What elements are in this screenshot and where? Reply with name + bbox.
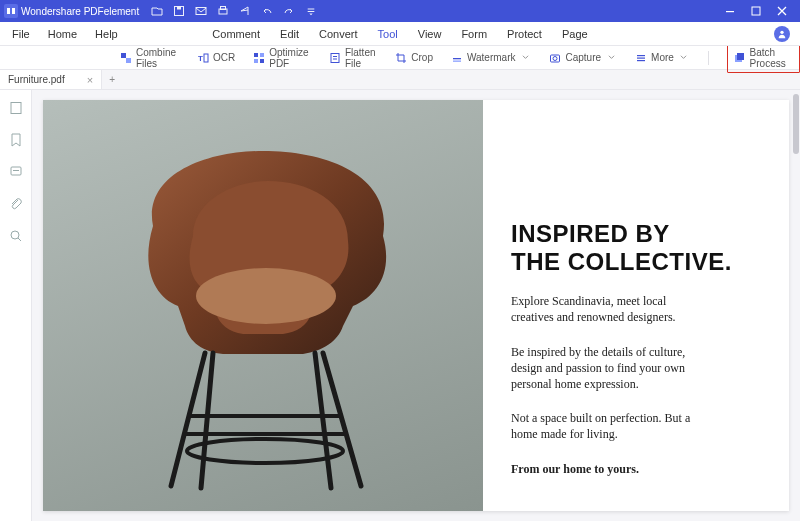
svg-rect-13 [204, 54, 208, 62]
document-tab-bar: Furniture.pdf × + [0, 70, 800, 90]
svg-rect-19 [333, 56, 337, 57]
svg-rect-8 [752, 7, 760, 15]
optimize-label: Optimize PDF [269, 47, 311, 69]
svg-rect-27 [637, 60, 645, 61]
capture-button[interactable]: Capture [549, 52, 617, 64]
watermark-icon [451, 52, 463, 64]
svg-point-9 [780, 30, 783, 33]
redo-icon[interactable] [283, 5, 295, 17]
close-tab-icon[interactable]: × [87, 74, 93, 86]
mail-icon[interactable] [195, 5, 207, 17]
batch-label: Batch Process [750, 47, 793, 69]
watermark-button[interactable]: Watermark [451, 52, 532, 64]
attachments-icon[interactable] [8, 196, 24, 212]
combine-files-button[interactable]: Combine Files [120, 47, 179, 69]
save-icon[interactable] [173, 5, 185, 17]
svg-rect-4 [221, 7, 226, 10]
svg-rect-32 [13, 170, 19, 171]
optimize-icon [253, 52, 265, 64]
crop-label: Crop [411, 52, 433, 63]
batch-process-button[interactable]: Batch Process [727, 43, 800, 73]
menu-protect[interactable]: Protect [507, 28, 542, 40]
svg-rect-26 [637, 57, 645, 58]
quick-access [151, 5, 317, 17]
svg-point-24 [553, 56, 557, 60]
menu-tool[interactable]: Tool [378, 28, 398, 40]
dropdown-icon[interactable] [305, 5, 317, 17]
svg-point-33 [11, 231, 19, 239]
toolbar-separator [708, 51, 709, 65]
svg-rect-5 [308, 9, 315, 10]
batch-icon [734, 52, 746, 64]
svg-text:T: T [198, 54, 203, 63]
tab-label: Furniture.pdf [8, 74, 65, 85]
menu-edit[interactable]: Edit [280, 28, 299, 40]
optimize-button[interactable]: Optimize PDF [253, 47, 311, 69]
page-text-column: INSPIRED BY THE COLLECTIVE. Explore Scan… [483, 100, 789, 511]
svg-rect-30 [11, 103, 21, 114]
flatten-label: Flatten File [345, 47, 377, 69]
maximize-button[interactable] [750, 5, 762, 17]
paragraph-2: Be inspired by the details of culture, d… [511, 344, 711, 393]
svg-rect-7 [726, 11, 734, 12]
document-canvas[interactable]: INSPIRED BY THE COLLECTIVE. Explore Scan… [32, 90, 800, 521]
thumbnails-icon[interactable] [8, 100, 24, 116]
svg-rect-10 [121, 53, 126, 58]
menu-convert[interactable]: Convert [319, 28, 358, 40]
user-avatar-icon[interactable] [774, 26, 790, 42]
svg-rect-1 [177, 7, 181, 10]
more-button[interactable]: More [635, 52, 690, 64]
capture-label: Capture [565, 52, 601, 63]
close-button[interactable] [776, 5, 788, 17]
paragraph-1: Explore Scandinavia, meet local creative… [511, 293, 711, 325]
paragraph-3: Not a space built on perfection. But a h… [511, 410, 711, 442]
flatten-icon [329, 52, 341, 64]
minimize-button[interactable] [724, 5, 736, 17]
vertical-scrollbar[interactable] [793, 94, 799, 154]
bookmarks-icon[interactable] [8, 132, 24, 148]
share-icon[interactable] [239, 5, 251, 17]
print-icon[interactable] [217, 5, 229, 17]
menu-home[interactable]: Home [48, 28, 77, 40]
document-tab[interactable]: Furniture.pdf × [0, 70, 102, 89]
menu-page[interactable]: Page [562, 28, 588, 40]
comments-icon[interactable] [8, 164, 24, 180]
app-logo-icon [4, 4, 18, 18]
menu-view[interactable]: View [418, 28, 442, 40]
svg-rect-11 [126, 58, 131, 63]
search-icon[interactable] [8, 228, 24, 244]
chevron-down-icon [605, 52, 617, 64]
menu-form[interactable]: Form [461, 28, 487, 40]
menu-file[interactable]: File [12, 28, 30, 40]
svg-rect-14 [254, 53, 258, 57]
watermark-label: Watermark [467, 52, 516, 63]
menu-help[interactable]: Help [95, 28, 118, 40]
workspace: INSPIRED BY THE COLLECTIVE. Explore Scan… [0, 90, 800, 521]
chair-photo [43, 100, 483, 511]
ocr-button[interactable]: T OCR [197, 52, 235, 64]
svg-point-34 [196, 268, 336, 324]
undo-icon[interactable] [261, 5, 273, 17]
svg-rect-25 [637, 55, 645, 56]
flatten-button[interactable]: Flatten File [329, 47, 377, 69]
heading-line-2: THE COLLECTIVE. [511, 248, 761, 276]
left-sidebar [0, 90, 32, 521]
crop-button[interactable]: Crop [395, 52, 433, 64]
combine-icon [120, 52, 132, 64]
svg-rect-17 [260, 59, 264, 63]
combine-label: Combine Files [136, 47, 179, 69]
svg-rect-15 [260, 53, 264, 57]
svg-point-35 [187, 439, 343, 463]
new-tab-button[interactable]: + [102, 70, 122, 89]
ocr-icon: T [197, 52, 209, 64]
svg-rect-18 [331, 53, 339, 62]
ribbon-toolbar: Combine Files T OCR Optimize PDF Flatten… [0, 46, 800, 70]
open-icon[interactable] [151, 5, 163, 17]
capture-icon [549, 52, 561, 64]
svg-rect-29 [737, 53, 744, 60]
svg-rect-21 [453, 58, 461, 59]
menu-comment[interactable]: Comment [212, 28, 260, 40]
svg-rect-6 [308, 11, 315, 12]
svg-rect-2 [196, 8, 206, 15]
crop-icon [395, 52, 407, 64]
